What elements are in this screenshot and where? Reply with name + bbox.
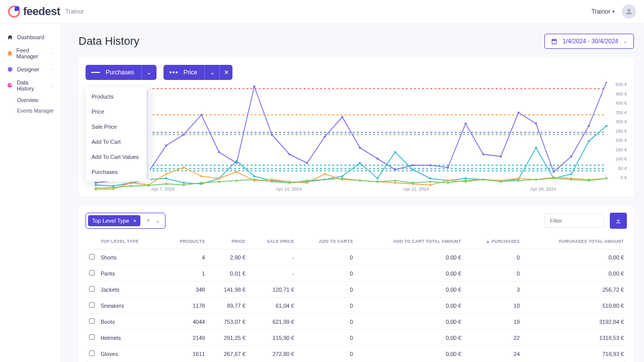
table-header[interactable]: PRICE <box>208 234 248 249</box>
metric-dropdown: ProductsPriceSale PriceAdd To CartAdd To… <box>86 87 150 182</box>
svg-point-0 <box>8 67 13 72</box>
table-header[interactable]: PURCHASES TOTAL AMOUNT <box>523 234 627 249</box>
svg-point-112 <box>271 180 273 183</box>
dimension-filter[interactable]: Top Level Type × × ⌄ <box>86 213 166 229</box>
svg-point-92 <box>447 179 449 182</box>
chevron-down-icon: ⌄ <box>623 39 627 44</box>
table-row: Pants 1 0,01 € - 0 0,00 € 0 0,00 € <box>86 265 627 282</box>
svg-point-115 <box>324 178 326 180</box>
table-header[interactable]: SALE PRICE <box>249 234 297 249</box>
filter-input[interactable] <box>544 214 605 228</box>
chevron-down-icon[interactable]: ⌄ <box>204 65 219 80</box>
chevron-down-icon[interactable]: ⌄ <box>141 65 156 80</box>
svg-point-17 <box>183 133 185 135</box>
row-checkbox[interactable] <box>89 302 95 308</box>
cell-type: Jackets <box>98 282 162 298</box>
metric-chip-price[interactable]: Price ⌄ ✕ <box>164 65 232 80</box>
cell-purchases-total: 0,00 € <box>523 265 627 282</box>
svg-point-19 <box>218 151 220 153</box>
svg-point-28 <box>376 157 378 159</box>
svg-point-127 <box>535 178 537 180</box>
cell-price: 753,07 € <box>208 314 248 330</box>
close-icon[interactable]: ✕ <box>219 65 232 80</box>
dropdown-item[interactable]: Add To Cart <box>86 134 150 149</box>
user-menu[interactable]: Trainor ▾ <box>591 8 615 15</box>
cell-type: Helmets <box>98 330 162 346</box>
filter-tag: Top Level Type × <box>88 215 140 226</box>
svg-point-129 <box>570 178 572 180</box>
svg-point-26 <box>341 116 343 118</box>
cell-atc-total: 0,00 € <box>356 265 464 282</box>
cell-purchases: 22 <box>464 330 523 346</box>
chart: 0 500 €450 €400 €350 €300 €250 €200 €150… <box>86 82 627 192</box>
svg-point-51 <box>253 175 255 177</box>
svg-point-22 <box>271 133 273 135</box>
table-card: Top Level Type × × ⌄ TOP LEVEL TYPEPRODU… <box>78 206 634 362</box>
sidebar-item-designer[interactable]: Designer › <box>0 63 60 76</box>
svg-point-12 <box>95 182 97 184</box>
svg-point-128 <box>552 177 554 179</box>
table-header[interactable]: TOP LEVEL TYPE <box>98 234 162 249</box>
table-header[interactable]: ADD TO CART TOTAL AMOUNT <box>356 234 464 249</box>
row-checkbox[interactable] <box>89 286 95 292</box>
dropdown-item[interactable]: Sale Price <box>86 119 150 134</box>
download-button[interactable] <box>610 213 627 229</box>
svg-point-89 <box>394 182 396 184</box>
sidebar-item-dashboard[interactable]: Dashboard <box>0 31 60 44</box>
table-row: Jackets 348 141,98 € 120,71 € 0 0,00 € 3… <box>86 282 627 298</box>
table-row: Gloves 1611 267,67 € 272,80 € 0 0,00 € 2… <box>86 346 627 362</box>
date-range-picker[interactable]: 1/4/2024 - 30/4/2024 ⌄ <box>544 34 634 49</box>
chip-label: Price <box>184 69 204 76</box>
person-icon <box>625 8 633 16</box>
close-icon[interactable]: × <box>133 218 136 224</box>
sidebar-item-data-history[interactable]: Data History ⌄ <box>0 76 60 95</box>
scrollbar[interactable] <box>146 89 149 179</box>
metric-chip-purchases[interactable]: Purchases ⌄ <box>86 65 156 80</box>
cell-purchases-total: 3192,84 € <box>523 314 627 330</box>
logo[interactable]: feedest <box>8 5 60 18</box>
dropdown-item[interactable]: Purchases <box>86 164 150 179</box>
table-row: Shorts 4 2,90 € - 0 0,00 € 0 0,00 € <box>86 249 627 265</box>
avatar[interactable] <box>622 5 636 19</box>
svg-point-40 <box>588 125 590 127</box>
svg-point-78 <box>200 175 202 177</box>
svg-point-120 <box>412 182 414 184</box>
row-checkbox[interactable] <box>89 254 95 259</box>
dropdown-item[interactable]: Add To Cart Values <box>86 149 150 164</box>
row-checkbox[interactable] <box>89 334 95 340</box>
cell-atc-total: 0,00 € <box>356 314 464 330</box>
svg-point-56 <box>341 175 343 177</box>
svg-point-74 <box>130 182 132 184</box>
dropdown-item[interactable]: Price <box>86 104 150 119</box>
sidebar-item-feed-manager[interactable]: Feed Manager › <box>0 44 60 63</box>
table-header[interactable]: ADD TO CARTS <box>297 234 356 249</box>
svg-point-131 <box>605 177 607 179</box>
svg-point-31 <box>429 164 431 166</box>
chevron-down-icon[interactable]: ⌄ <box>155 217 160 224</box>
download-icon <box>615 217 622 224</box>
dots-icon <box>164 71 184 74</box>
svg-point-35 <box>500 155 502 157</box>
table-header[interactable]: ▲ PURCHASES <box>464 234 523 249</box>
sidebar-sub-overview[interactable]: Overview <box>17 95 60 106</box>
row-checkbox[interactable] <box>89 270 95 276</box>
svg-point-114 <box>306 179 308 182</box>
chip-label: Purchases <box>106 69 141 76</box>
cell-atc-total: 0,00 € <box>356 298 464 314</box>
svg-point-116 <box>341 177 343 179</box>
table-header[interactable]: PRODUCTS <box>162 234 208 249</box>
svg-point-106 <box>165 183 167 185</box>
svg-point-3 <box>173 71 175 73</box>
dropdown-item[interactable]: Products <box>86 89 150 104</box>
table-row: Sneakers 1178 89,77 € 61,04 € 0 0,00 € 1… <box>86 298 627 314</box>
chart-icon <box>7 82 13 88</box>
svg-point-16 <box>165 144 167 146</box>
row-checkbox[interactable] <box>89 350 95 356</box>
calendar-icon <box>551 38 557 45</box>
cell-type: Sneakers <box>98 298 162 314</box>
cell-sale: 61,04 € <box>249 298 297 314</box>
clear-icon[interactable]: × <box>146 217 150 224</box>
row-checkbox[interactable] <box>89 318 95 324</box>
svg-point-107 <box>183 184 185 186</box>
sidebar-sub-events-manager[interactable]: Events Manager <box>17 106 60 116</box>
